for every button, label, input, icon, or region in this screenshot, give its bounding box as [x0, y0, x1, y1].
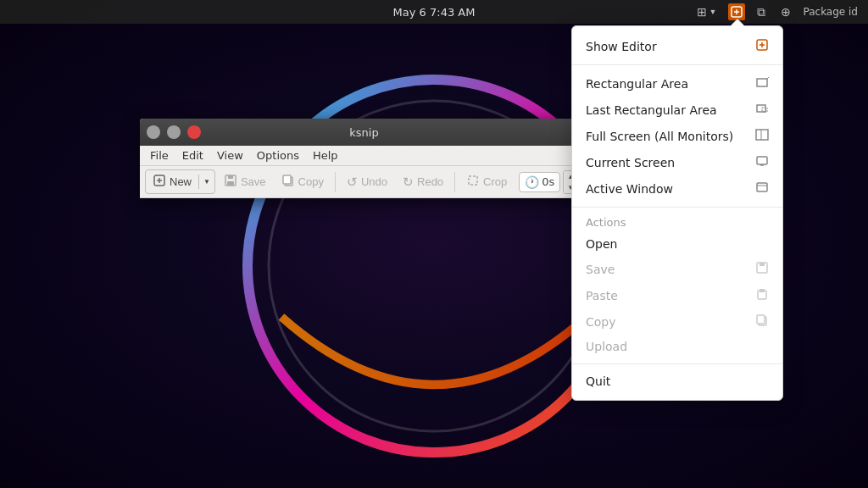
menu-upload[interactable]: Upload	[572, 335, 782, 358]
svg-rect-32	[760, 263, 765, 266]
current-screen-icon	[755, 154, 769, 170]
extensions-btn[interactable]: ⊕	[777, 3, 794, 20]
new-button[interactable]: New	[146, 170, 198, 193]
package-id-label: Package id	[803, 6, 858, 18]
save-label: Save	[241, 175, 266, 188]
toolbar-sep-1	[335, 172, 336, 192]
menu-divider-3	[572, 363, 782, 364]
last-rectangular-area-label: Last Rectangular Area	[586, 103, 717, 117]
paste-label: Paste	[586, 289, 618, 302]
maximize-button[interactable]: □	[167, 125, 181, 139]
actions-label: Actions	[572, 213, 782, 232]
menu-file[interactable]: File	[143, 147, 175, 164]
toolbar-sep-2	[454, 172, 455, 192]
menu-open[interactable]: Open	[572, 232, 782, 256]
svg-rect-36	[757, 315, 765, 324]
new-label: New	[170, 175, 192, 188]
svg-rect-17	[469, 176, 477, 185]
copy-icon	[281, 174, 295, 190]
crop-icon	[466, 174, 480, 190]
ksnip-window: – □ ✕ ksnip File Edit View Options Help	[140, 119, 585, 198]
ksnip-toolbar: New ▼ Save Copy	[140, 166, 585, 198]
menu-save[interactable]: Save	[572, 256, 782, 282]
timer-value: 0s	[542, 175, 554, 188]
menu-rectangular-area[interactable]: Rectangular Area	[572, 70, 782, 97]
rectangular-area-label: Rectangular Area	[586, 77, 688, 91]
menu-paste[interactable]: Paste	[572, 282, 782, 308]
svg-rect-25	[756, 130, 768, 140]
menu-full-screen[interactable]: Full Screen (All Monitors)	[572, 123, 782, 149]
puzzle-icon: ⊕	[781, 5, 791, 19]
svg-rect-16	[283, 175, 291, 184]
redo-button[interactable]: ↻ Redo	[396, 171, 450, 193]
menu-divider-2	[572, 207, 782, 208]
chevron-down-icon: ▼	[203, 178, 210, 186]
window-switcher-btn[interactable]: ⧉	[754, 3, 769, 21]
svg-rect-14	[227, 181, 234, 186]
ksnip-menubar: File Edit View Options Help	[140, 146, 585, 166]
copy-button[interactable]: Copy	[275, 170, 331, 193]
save-action-icon	[755, 261, 769, 277]
menu-copy[interactable]: Copy	[572, 308, 782, 335]
menu-current-screen[interactable]: Current Screen	[572, 149, 782, 175]
active-window-icon	[755, 180, 769, 197]
dropdown-arrow-icon: ▼	[709, 8, 717, 16]
undo-icon: ↺	[347, 175, 358, 190]
clock-display: May 6 7:43 AM	[393, 6, 476, 19]
taskbar-right: ⊞ ▼ ⧉ ⊕ Package id	[693, 3, 858, 21]
last-rectangular-area-icon	[755, 102, 769, 118]
minimize-button[interactable]: –	[147, 125, 160, 139]
redo-icon: ↻	[403, 175, 414, 190]
copy-label: Copy	[298, 175, 324, 188]
active-window-label: Active Window	[586, 182, 673, 196]
redo-label: Redo	[417, 175, 443, 188]
ksnip-titlebar: – □ ✕ ksnip	[140, 119, 585, 146]
menu-divider-1	[572, 64, 782, 65]
layout-icon-btn[interactable]: ⊞ ▼	[693, 3, 721, 20]
undo-label: Undo	[361, 175, 387, 188]
timer-display: 🕐 0s	[519, 172, 560, 192]
menu-view[interactable]: View	[210, 147, 250, 164]
timer-clock-icon: 🕐	[525, 175, 539, 189]
quit-label: Quit	[586, 374, 610, 388]
ksnip-tray-icon[interactable]	[728, 3, 745, 20]
tray-menu: Show Editor Rectangular Area Last Rectan…	[571, 25, 783, 401]
menu-edit[interactable]: Edit	[175, 147, 210, 164]
rectangular-area-icon	[755, 75, 769, 92]
menu-help[interactable]: Help	[306, 147, 345, 164]
new-button-group: New ▼	[145, 169, 215, 194]
save-button[interactable]: Save	[217, 170, 273, 193]
crop-label: Crop	[483, 175, 507, 188]
close-button[interactable]: ✕	[187, 125, 201, 139]
svg-line-22	[767, 77, 769, 79]
desktop: May 6 7:43 AM ⊞ ▼ ⧉ ⊕	[0, 0, 868, 488]
svg-rect-21	[757, 79, 767, 86]
full-screen-label: Full Screen (All Monitors)	[586, 130, 733, 143]
grid-icon: ⊞	[697, 5, 707, 19]
new-icon	[153, 174, 166, 190]
copy-action-label: Copy	[586, 315, 616, 329]
svg-rect-27	[757, 157, 767, 164]
svg-rect-29	[757, 183, 767, 191]
svg-rect-13	[228, 175, 233, 179]
menu-quit[interactable]: Quit	[572, 369, 782, 393]
crop-button[interactable]: Crop	[459, 170, 514, 193]
copy-action-icon	[755, 313, 769, 330]
upload-label: Upload	[586, 340, 627, 353]
svg-rect-34	[760, 289, 765, 292]
full-screen-icon	[755, 128, 769, 144]
paste-action-icon	[755, 287, 769, 303]
menu-last-rectangular-area[interactable]: Last Rectangular Area	[572, 97, 782, 123]
svg-rect-23	[757, 105, 765, 112]
new-dropdown-btn[interactable]: ▼	[198, 175, 214, 189]
timer-box: 🕐 0s ▲ ▼	[519, 170, 578, 194]
window-icon: ⧉	[757, 5, 765, 19]
save-icon	[224, 174, 237, 190]
show-editor-label: Show Editor	[586, 40, 657, 53]
undo-button[interactable]: ↺ Undo	[340, 171, 394, 193]
menu-show-editor[interactable]: Show Editor	[572, 33, 782, 59]
menu-options[interactable]: Options	[250, 147, 306, 164]
menu-active-window[interactable]: Active Window	[572, 175, 782, 202]
save-label: Save	[586, 263, 615, 276]
open-label: Open	[586, 237, 617, 251]
